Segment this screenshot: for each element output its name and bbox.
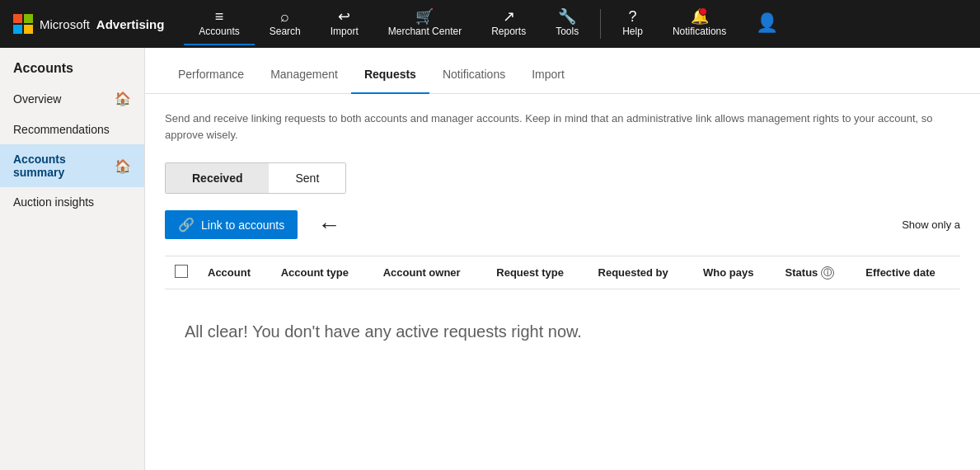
col-checkbox: [165, 256, 198, 289]
link-to-accounts-label: Link to accounts: [201, 219, 284, 232]
col-request-type: Request type: [486, 256, 588, 289]
nav-item-profile[interactable]: 👤: [741, 7, 793, 40]
nav-item-search-label: Search: [270, 26, 301, 37]
sidebar-item-auction-insights-label: Auction insights: [13, 195, 131, 209]
link-to-accounts-button[interactable]: 🔗 Link to accounts: [165, 210, 298, 239]
help-icon: ?: [629, 9, 637, 24]
toolbar-row: 🔗 Link to accounts ← Show only a: [165, 210, 960, 239]
accounts-icon: ≡: [215, 9, 224, 24]
notification-badge: [699, 7, 707, 16]
brand-name: Microsoft: [40, 17, 90, 31]
profile-icon: 👤: [756, 14, 778, 32]
col-who-pays: Who pays: [693, 256, 776, 289]
empty-state-message: All clear! You don't have any active req…: [165, 289, 960, 374]
toggle-sent[interactable]: Sent: [269, 163, 345, 193]
sidebar-item-overview[interactable]: Overview 🏠: [0, 82, 144, 115]
requests-table: Account Account type Account owner Reque…: [165, 256, 960, 374]
sidebar-header: Accounts: [0, 48, 144, 82]
accounts-summary-icon: 🏠: [115, 158, 131, 174]
microsoft-logo: [13, 14, 33, 34]
col-requested-by: Requested by: [588, 256, 693, 289]
nav-item-notifications[interactable]: 🔔 Notifications: [658, 2, 741, 45]
brand: Microsoft Advertising: [13, 14, 164, 34]
nav-item-reports[interactable]: ↗ Reports: [476, 2, 541, 45]
sidebar-item-auction-insights[interactable]: Auction insights: [0, 187, 144, 217]
col-effective-date: Effective date: [856, 256, 960, 289]
table-wrapper: Account Account type Account owner Reque…: [165, 256, 960, 374]
link-icon: 🔗: [178, 217, 195, 233]
notifications-label: Notifications: [673, 26, 726, 37]
nav-item-merchant[interactable]: 🛒 Merchant Center: [373, 2, 476, 45]
table-header-row: Account Account type Account owner Reque…: [165, 256, 960, 289]
nav-divider: [600, 9, 601, 39]
notifications-icon: 🔔: [691, 9, 709, 24]
sidebar: Accounts Overview 🏠 Recommendations Acco…: [0, 48, 145, 470]
sidebar-item-accounts-summary[interactable]: Accounts summary 🏠: [0, 144, 144, 187]
tab-performance[interactable]: Performance: [165, 56, 257, 94]
top-nav: Microsoft Advertising ≡ Accounts ⌕ Searc…: [0, 0, 980, 48]
tab-import[interactable]: Import: [518, 56, 578, 94]
content-area: Send and receive linking requests to bot…: [145, 94, 980, 391]
nav-item-import[interactable]: ↩ Import: [316, 2, 373, 45]
status-info-icon[interactable]: ⓘ: [821, 266, 834, 280]
toggle-received[interactable]: Received: [166, 163, 269, 193]
nav-item-help[interactable]: ? Help: [607, 2, 658, 45]
sidebar-item-accounts-summary-label: Accounts summary: [13, 153, 115, 179]
import-icon: ↩: [338, 9, 350, 24]
main-content: Performance Management Requests Notifica…: [145, 48, 980, 470]
arrow-indicator: ←: [317, 212, 340, 238]
merchant-icon: 🛒: [415, 9, 434, 24]
help-label: Help: [622, 26, 643, 37]
nav-item-import-label: Import: [331, 26, 359, 37]
col-account: Account: [198, 256, 271, 289]
col-account-type: Account type: [271, 256, 373, 289]
nav-item-tools[interactable]: 🔧 Tools: [541, 2, 593, 45]
tab-requests[interactable]: Requests: [351, 56, 429, 94]
received-sent-toggle: Received Sent: [165, 162, 346, 194]
empty-state-row: All clear! You don't have any active req…: [165, 289, 960, 375]
sidebar-item-recommendations[interactable]: Recommendations: [0, 115, 144, 144]
sidebar-item-overview-label: Overview: [13, 92, 115, 106]
sidebar-item-recommendations-label: Recommendations: [13, 123, 131, 136]
table-body: All clear! You don't have any active req…: [165, 289, 960, 375]
col-account-owner: Account owner: [373, 256, 487, 289]
tab-notifications[interactable]: Notifications: [429, 56, 518, 94]
nav-item-accounts[interactable]: ≡ Accounts: [184, 2, 254, 45]
select-all-checkbox[interactable]: [175, 265, 188, 278]
brand-product: Advertising: [96, 17, 165, 31]
nav-items: ≡ Accounts ⌕ Search ↩ Import 🛒 Merchant …: [184, 2, 967, 45]
tools-icon: 🔧: [558, 9, 576, 24]
page-layout: Accounts Overview 🏠 Recommendations Acco…: [0, 48, 980, 470]
description: Send and receive linking requests to bot…: [165, 110, 960, 143]
overview-icon: 🏠: [115, 91, 131, 106]
tab-management[interactable]: Management: [257, 56, 351, 94]
show-only-text: Show only a: [902, 219, 960, 231]
search-icon: ⌕: [280, 9, 289, 24]
reports-icon: ↗: [503, 9, 515, 24]
nav-item-reports-label: Reports: [491, 26, 526, 37]
nav-item-merchant-label: Merchant Center: [388, 26, 462, 37]
nav-item-search[interactable]: ⌕ Search: [255, 2, 316, 45]
nav-item-accounts-label: Accounts: [199, 26, 239, 37]
nav-item-tools-label: Tools: [556, 26, 579, 37]
tabs-bar: Performance Management Requests Notifica…: [145, 48, 980, 94]
col-status: Status ⓘ: [776, 256, 856, 289]
